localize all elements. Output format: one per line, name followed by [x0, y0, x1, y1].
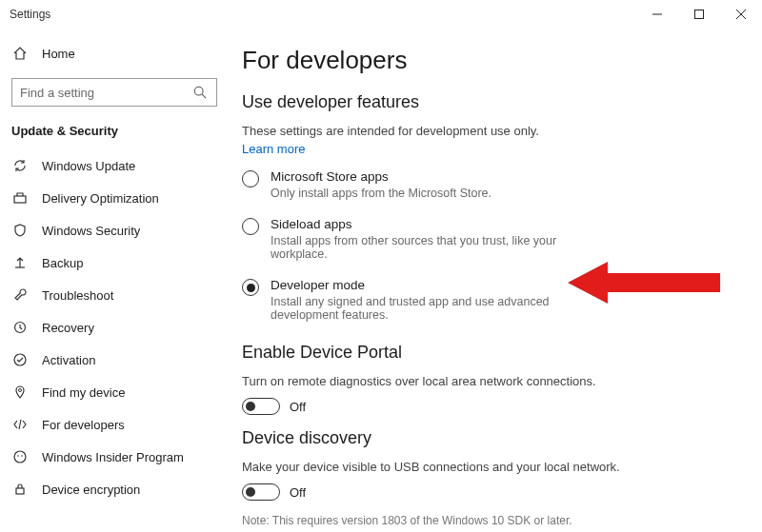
sidebar-item-windows-insider[interactable]: Windows Insider Program — [0, 441, 229, 473]
backup-icon — [11, 255, 29, 270]
sidebar-section-title: Update & Security — [0, 120, 229, 149]
sidebar: Home Find a setting Update & Security Wi… — [0, 29, 229, 532]
nav-label: Activation — [42, 353, 95, 367]
check-circle-icon — [11, 352, 29, 367]
minimize-button[interactable] — [636, 0, 678, 29]
search-icon — [191, 86, 209, 99]
device-portal-desc: Turn on remote diagnostics over local ar… — [242, 374, 733, 388]
search-input[interactable]: Find a setting — [11, 78, 217, 107]
window-title: Settings — [10, 8, 50, 21]
main-content: For developers Use developer features Th… — [229, 29, 762, 532]
lock-icon — [11, 482, 29, 497]
radio-label: Microsoft Store apps — [271, 169, 491, 184]
device-discovery-toggle[interactable] — [242, 483, 280, 501]
device-discovery-note: Note: This requires version 1803 of the … — [242, 514, 733, 527]
search-placeholder: Find a setting — [20, 86, 94, 100]
maximize-button[interactable] — [678, 0, 720, 29]
sidebar-item-device-encryption[interactable]: Device encryption — [0, 473, 229, 505]
device-portal-toggle-label: Off — [290, 400, 306, 414]
svg-point-10 — [19, 389, 22, 392]
sync-icon — [11, 158, 29, 173]
nav-label: Find my device — [42, 385, 125, 400]
device-portal-heading: Enable Device Portal — [242, 343, 733, 363]
page-title: For developers — [242, 46, 733, 75]
dev-mode-radio-group: Microsoft Store apps Only install apps f… — [242, 169, 733, 322]
radio-label: Sideload apps — [271, 217, 585, 231]
svg-point-9 — [14, 354, 26, 365]
home-label: Home — [42, 47, 75, 61]
delivery-icon — [11, 190, 29, 206]
nav-label: For developers — [42, 418, 125, 432]
developers-icon — [11, 417, 29, 432]
radio-ms-store-apps[interactable]: Microsoft Store apps Only install apps f… — [242, 169, 733, 200]
nav-label: Troubleshoot — [42, 288, 113, 303]
sidebar-item-windows-update[interactable]: Windows Update — [0, 149, 229, 182]
nav-label: Device encryption — [42, 483, 140, 497]
sidebar-item-troubleshoot[interactable]: Troubleshoot — [0, 279, 229, 311]
sidebar-item-for-developers[interactable]: For developers — [0, 408, 229, 441]
learn-more-link[interactable]: Learn more — [242, 142, 733, 156]
svg-rect-6 — [14, 196, 26, 203]
nav-label: Delivery Optimization — [42, 191, 159, 206]
recovery-icon — [11, 320, 29, 335]
radio-sideload-apps[interactable]: Sideload apps Install apps from other so… — [242, 217, 733, 261]
nav-label: Windows Update — [42, 159, 135, 173]
svg-point-4 — [194, 87, 203, 95]
radio-icon — [242, 218, 259, 235]
radio-label: Developer mode — [271, 278, 585, 292]
window-controls — [636, 0, 762, 29]
device-discovery-desc: Make your device visible to USB connecti… — [242, 460, 733, 474]
nav-label: Recovery — [42, 321, 94, 335]
svg-point-12 — [17, 455, 19, 457]
nav-label: Backup — [42, 256, 83, 270]
dev-features-heading: Use developer features — [242, 92, 733, 112]
svg-point-11 — [14, 451, 26, 463]
radio-desc: Only install apps from the Microsoft Sto… — [271, 187, 491, 200]
radio-developer-mode[interactable]: Developer mode Install any signed and tr… — [242, 278, 733, 322]
wrench-icon — [11, 287, 29, 303]
svg-point-13 — [21, 455, 23, 457]
home-icon — [11, 46, 29, 61]
nav-label: Windows Security — [42, 224, 140, 238]
location-icon — [11, 384, 29, 400]
svg-rect-1 — [695, 10, 704, 19]
shield-icon — [11, 223, 29, 238]
sidebar-item-find-my-device[interactable]: Find my device — [0, 376, 229, 408]
radio-desc: Install apps from other sources that you… — [271, 234, 585, 261]
radio-desc: Install any signed and trusted app and u… — [271, 295, 585, 322]
insider-icon — [11, 449, 29, 464]
device-discovery-heading: Device discovery — [242, 428, 733, 448]
svg-rect-14 — [16, 488, 24, 494]
device-portal-toggle[interactable] — [242, 398, 280, 415]
sidebar-home[interactable]: Home — [0, 36, 229, 70]
sidebar-item-backup[interactable]: Backup — [0, 246, 229, 279]
radio-icon — [242, 279, 259, 296]
radio-icon — [242, 170, 259, 187]
sidebar-item-activation[interactable]: Activation — [0, 344, 229, 376]
nav-label: Windows Insider Program — [42, 450, 184, 464]
sidebar-item-windows-security[interactable]: Windows Security — [0, 214, 229, 246]
sidebar-item-delivery-optimization[interactable]: Delivery Optimization — [0, 182, 229, 214]
svg-line-5 — [202, 94, 206, 98]
sidebar-item-recovery[interactable]: Recovery — [0, 311, 229, 344]
device-discovery-toggle-label: Off — [290, 485, 306, 500]
dev-features-intro: These settings are intended for developm… — [242, 124, 733, 138]
close-button[interactable] — [720, 0, 762, 29]
